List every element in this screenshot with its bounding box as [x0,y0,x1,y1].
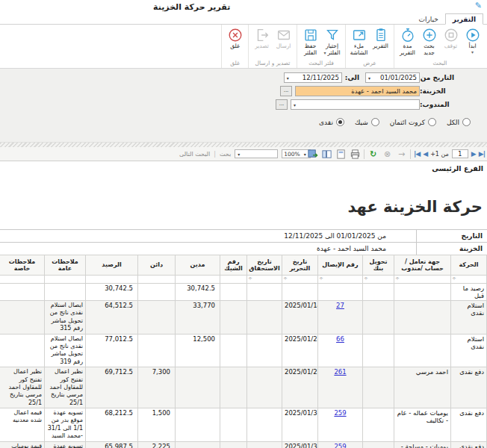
column-header-cheque-no[interactable]: رقم الشيك [220,255,247,276]
table-row: دفع نقدىاحمد مرسي2612025/01/257,30069,71… [0,367,487,408]
report-button[interactable]: التقرير [370,26,391,59]
column-header-debit[interactable]: مدين [176,255,220,276]
refresh-icon[interactable]: ↻ [367,149,379,160]
date-to-input[interactable]: 12/11/2025 ▾ [284,72,342,83]
agent-select[interactable]: ▾ [291,99,420,110]
agent-browse-button[interactable]: ... [276,99,288,110]
new-search-button[interactable]: بحث جديد [418,26,440,59]
radio-cash[interactable]: نقدى [319,118,344,126]
cell-due-date [247,284,282,301]
play-button[interactable]: ابدأ▾ [462,26,483,59]
go-icon[interactable]: → [396,149,407,160]
receipt-link[interactable]: 261 [334,368,346,376]
column-header-due-date[interactable]: تاريخ الاستحقاق [247,255,282,276]
cell-issue-date: 2025/01/23 [282,334,318,367]
filter-cell-movement[interactable]: ÷ [451,276,487,284]
cell-issue-date: 2025/01/25 [282,367,318,408]
title-bar: ✎ تقرير حركة الخزينة [0,0,487,13]
export-button[interactable]: تصدير [251,26,273,59]
filter-icon [324,27,341,43]
receipt-link[interactable]: 259 [334,409,346,417]
close-button[interactable]: غلق [224,26,246,59]
report-table: الحركةجهة تعامل / حساب /مندوبتحويل بنكرق… [0,255,487,448]
column-header-receipt-no[interactable]: رقم الإيصال [318,255,363,276]
tab-report[interactable]: التقرير [445,13,483,25]
next-page-button[interactable]: ◀ [423,150,427,158]
filter-cell-issue-date[interactable]: ÷ [282,276,318,284]
filter-button[interactable]: إختيار الفلتر ▾ [321,26,343,59]
column-filter-icon[interactable]: ÷ [452,276,456,281]
filter-cell-due-date[interactable]: ÷ [247,276,282,284]
cell-general-notes: تسويه عهدة موقع بدر من 1/1 الى 31/1 -محم… [45,408,86,442]
cell-counterparty [394,301,451,335]
receipt-link[interactable]: 27 [336,302,344,309]
export-report-icon[interactable] [307,149,318,160]
filter-cell-receipt-no[interactable]: ÷ [318,276,363,284]
date-from-input[interactable]: 01/01/2025 ▾ [365,72,420,83]
cell-issue-date: 2025/01/31 [282,441,318,448]
filter-cell-bank-transfer[interactable]: ÷ [363,276,394,284]
current-page-input[interactable]: 1 [452,149,468,158]
info-value: محمد السيد احمد - عهدة [0,245,416,252]
cell-movement: استلام نقدى [451,334,487,367]
cell-general-notes: تسويه عهدة موقع بدر من 1/1 الى 31/1 -محم… [45,441,86,448]
save-filter-button[interactable]: حفظ الفلتر [300,26,321,59]
ribbon-group-label: البحث [397,59,483,68]
column-header-issue-date[interactable]: تاريخ التحرير [282,255,318,276]
column-filter-icon[interactable]: ÷ [364,276,368,281]
filter-cell-credit[interactable] [138,276,176,284]
stopwatch-button[interactable]: مدة التقرير [397,26,418,59]
column-header-bank-transfer[interactable]: تحويل بنك [363,255,394,276]
receipt-link[interactable]: 66 [336,335,344,343]
filter-cell-debit[interactable] [176,276,220,284]
receipt-link[interactable]: 259 [334,443,346,448]
cancel-icon[interactable]: ⊗ [382,149,393,160]
column-header-movement[interactable]: الحركة [451,255,487,276]
table-row: استلام نقدى662025/01/2312,50077,012.5ايص… [0,334,487,367]
search-button[interactable]: بحث [220,151,231,158]
filter-cell-general-notes[interactable] [45,276,86,284]
filter-cell-balance[interactable] [86,276,138,284]
zoom-select[interactable]: 100% ▾ [282,149,310,158]
tab-strip: التقريرخيارات [0,13,487,25]
filter-cell-private-notes[interactable] [0,276,45,284]
column-filter-icon[interactable]: ÷ [248,276,252,281]
column-header-private-notes[interactable]: ملاحظات خاصة [0,255,45,276]
pencil-icon[interactable]: ✎ [475,1,482,10]
radio-label: شيك [355,119,368,126]
cell-due-date [247,301,282,335]
send-button[interactable]: ارسال [273,26,294,59]
column-header-credit[interactable]: دائن [138,255,176,276]
treasury-browse-button[interactable]: ... [280,86,292,96]
column-header-balance[interactable]: الرصيد [86,255,138,276]
cell-issue-date [282,284,318,301]
group-tree-icon[interactable] [321,149,332,160]
filter-cell-counterparty[interactable]: ÷ [394,276,451,284]
column-filter-icon[interactable]: ÷ [283,276,288,281]
report-title: حركة الخزينة عهد [347,198,483,216]
column-header-counterparty[interactable]: جهة تعامل / حساب /مندوب [394,255,451,276]
radio-all[interactable]: الكل [447,118,471,126]
stop-button[interactable]: توقف [440,26,462,59]
find-next-button[interactable]: البحث التالى [179,151,210,158]
column-header-general-notes[interactable]: ملاحظات عامة [45,255,86,276]
filter-cell-cheque-no[interactable] [220,276,247,284]
tab-options[interactable]: خيارات [412,14,444,24]
last-page-button[interactable]: |◀ [414,150,420,158]
printer-icon[interactable] [350,149,361,160]
treasury-field[interactable]: محمد السيد احمد - عهدة [295,86,420,96]
prev-page-button[interactable]: ▶ [471,150,476,158]
radio-cheque[interactable]: شيك [355,118,379,126]
column-filter-icon[interactable]: ÷ [395,276,400,281]
group-tree-root[interactable]: الفرع الرئيسى [432,164,483,172]
fullscreen-button[interactable]: ملء الشاشة [348,26,370,59]
cell-receipt-no: 66 [318,334,363,367]
print-layout-icon[interactable] [335,149,347,160]
search-input[interactable]: ▾ [235,149,278,158]
column-filter-icon[interactable]: ÷ [319,276,323,281]
radio-credit-cards[interactable]: كروت ائتمان [390,118,436,126]
first-page-button[interactable]: ▶| [479,150,485,158]
agent-row: المندوب: ▾ ... [0,99,487,110]
cell-bank-transfer [363,284,394,301]
date-range-row: التاريخ من: 01/01/2025 ▾ الى: 12/11/2025… [0,72,487,83]
